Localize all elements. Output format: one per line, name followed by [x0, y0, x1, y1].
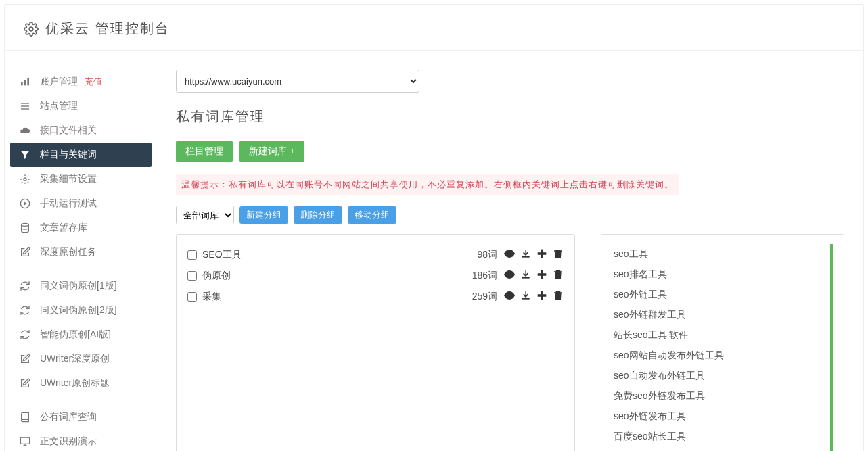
keyword-item[interactable]: seo自动发布外链工具: [612, 366, 825, 386]
edit-icon: [20, 354, 30, 364]
svg-rect-13: [538, 253, 546, 255]
group-filter-select[interactable]: 全部词库: [176, 206, 234, 224]
sidebar-item-cloud[interactable]: 接口文件相关: [10, 118, 152, 143]
column-manage-button[interactable]: 栏目管理: [176, 141, 233, 162]
svg-rect-16: [538, 274, 546, 276]
group-checkbox[interactable]: [187, 271, 197, 281]
sidebar-item-filter[interactable]: 栏目与关键词: [10, 143, 152, 167]
plus-icon[interactable]: [536, 290, 547, 303]
sidebar-item-refresh[interactable]: 智能伪原创[AI版]: [10, 323, 152, 347]
bar-chart-icon: [20, 76, 30, 87]
keyword-item[interactable]: seo外链发布工具: [612, 406, 825, 427]
sidebar-item-play[interactable]: 手动运行测试: [10, 191, 152, 216]
svg-rect-1: [21, 82, 23, 85]
sidebar-item-label: 手动运行测试: [40, 197, 97, 210]
sidebar-item-list[interactable]: 站点管理: [10, 94, 152, 118]
database-icon: [20, 222, 30, 233]
plus-icon[interactable]: [536, 248, 547, 261]
svg-rect-10: [20, 437, 29, 444]
keyword-item[interactable]: seo外链群发工具: [612, 305, 825, 325]
keyword-item[interactable]: seo网站自动发布外链工具: [612, 346, 825, 366]
sliders-icon: [20, 174, 30, 185]
group-row: SEO工具 98词: [187, 244, 564, 265]
refresh-icon: [20, 305, 30, 316]
edit-icon: [20, 378, 30, 389]
download-icon[interactable]: [520, 248, 531, 261]
sidebar-item-label: 接口文件相关: [40, 124, 97, 137]
group-name[interactable]: 采集: [202, 291, 221, 303]
sidebar-item-sliders[interactable]: 采集细节设置: [10, 167, 152, 191]
sidebar-item-label: 深度原创任务: [40, 246, 97, 258]
keyword-item[interactable]: 站长seo工具 软件: [612, 325, 825, 346]
sidebar-item-edit[interactable]: UWriter深度原创: [10, 347, 152, 371]
play-icon: [20, 198, 30, 209]
new-library-button[interactable]: 新建词库 +: [239, 141, 304, 162]
delete-group-button[interactable]: 删除分组: [294, 206, 342, 224]
keyword-item[interactable]: seo外链工具: [612, 285, 825, 305]
eye-icon[interactable]: [504, 269, 515, 282]
group-checkbox[interactable]: [187, 250, 197, 260]
sidebar-item-label: 账户管理: [40, 76, 78, 88]
group-count: 186词: [472, 270, 497, 282]
main-content: https://www.ucaiyun.com 私有词库管理 栏目管理 新建词库…: [157, 51, 863, 451]
sidebar-item-database[interactable]: 文章暂存库: [10, 216, 152, 240]
gear-icon: [24, 22, 39, 37]
svg-rect-4: [21, 103, 29, 103]
sidebar-item-label: UWriter深度原创: [40, 353, 110, 365]
eye-icon[interactable]: [504, 290, 515, 303]
sidebar-item-monitor[interactable]: 正文识别演示: [10, 429, 152, 451]
sidebar-item-edit[interactable]: UWriter原创标题: [10, 371, 152, 396]
sidebar-item-refresh[interactable]: 同义词伪原创[2版]: [10, 298, 152, 323]
trash-icon[interactable]: [553, 269, 564, 282]
group-name[interactable]: 伪原创: [202, 270, 231, 282]
group-checkbox[interactable]: [187, 292, 197, 302]
nav-badge: 充值: [85, 76, 102, 88]
keyword-item[interactable]: seo排名工具: [612, 264, 825, 285]
refresh-icon: [20, 329, 30, 340]
svg-point-17: [508, 294, 511, 297]
group-count: 259词: [472, 291, 497, 303]
svg-rect-3: [27, 78, 29, 86]
app-header: 优采云 管理控制台: [5, 5, 863, 51]
download-icon[interactable]: [520, 290, 531, 303]
refresh-icon: [20, 281, 30, 291]
group-name[interactable]: SEO工具: [202, 249, 242, 261]
plus-icon[interactable]: [536, 269, 547, 282]
move-group-button[interactable]: 移动分组: [348, 206, 396, 224]
new-group-button[interactable]: 新建分组: [239, 206, 288, 224]
keyword-item[interactable]: seo工具: [612, 244, 825, 264]
sidebar-item-label: 正文识别演示: [40, 435, 97, 448]
keyword-item[interactable]: seo 百度 站长工具: [612, 447, 825, 451]
sidebar-item-edit[interactable]: 深度原创任务: [10, 240, 152, 264]
sidebar-item-label: 站点管理: [40, 100, 78, 112]
monitor-icon: [20, 436, 30, 447]
download-icon[interactable]: [520, 269, 531, 282]
group-count: 98词: [477, 249, 497, 261]
eye-icon[interactable]: [504, 248, 515, 261]
filter-icon: [20, 149, 30, 160]
sidebar-item-label: 智能伪原创[AI版]: [40, 329, 111, 341]
keyword-item[interactable]: 免费seo外链发布工具: [612, 386, 825, 406]
trash-icon[interactable]: [553, 290, 564, 303]
site-select[interactable]: https://www.ucaiyun.com: [176, 70, 419, 93]
edit-icon: [20, 247, 30, 258]
svg-rect-2: [24, 80, 26, 85]
trash-icon[interactable]: [553, 248, 564, 261]
group-row: 伪原创 186词: [187, 265, 564, 286]
svg-point-7: [24, 178, 26, 181]
sidebar-item-book[interactable]: 公有词库查询: [10, 405, 152, 429]
keyword-item[interactable]: 百度seo站长工具: [612, 427, 825, 447]
app-title: 优采云 管理控制台: [45, 20, 170, 38]
svg-rect-6: [21, 108, 29, 109]
svg-rect-19: [538, 295, 546, 297]
book-icon: [20, 412, 30, 423]
sidebar-item-label: 文章暂存库: [40, 222, 87, 234]
list-icon: [20, 101, 30, 112]
svg-point-14: [508, 273, 511, 276]
group-row: 采集 259词: [187, 286, 564, 307]
sidebar-item-label: 同义词伪原创[2版]: [40, 304, 117, 316]
sidebar-item-bar-chart[interactable]: 账户管理充值: [10, 70, 152, 94]
warning-tip: 温馨提示：私有词库可以在同账号不同网站之间共享使用，不必重复添加。右侧框内关键词…: [176, 174, 679, 195]
keywords-panel: seo工具seo排名工具seo外链工具seo外链群发工具站长seo工具 软件se…: [601, 234, 844, 451]
sidebar-item-refresh[interactable]: 同义词伪原创[1版]: [10, 274, 152, 298]
